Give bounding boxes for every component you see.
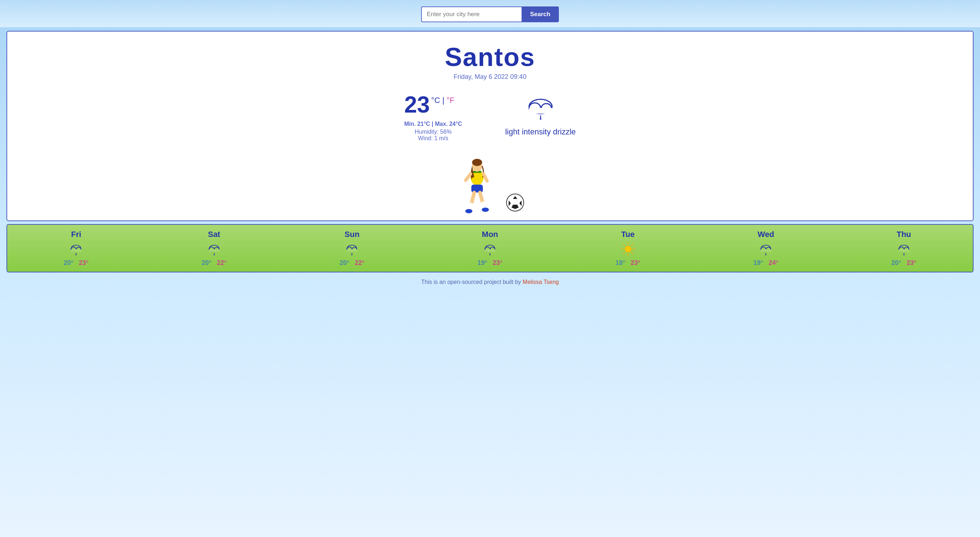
humidity: Humidity: 56% (404, 129, 462, 135)
forecast-temps: 20° 23° (64, 259, 89, 267)
svg-line-55 (632, 253, 633, 254)
svg-point-15 (465, 209, 473, 213)
forecast-low: 20° (340, 259, 349, 266)
forecast-temps: 18° 23° (616, 259, 640, 267)
svg-marker-36 (213, 254, 215, 256)
temperature-value: 23 (404, 91, 430, 118)
soccer-player-icon (455, 149, 499, 213)
forecast-weather-icon (896, 241, 912, 257)
forecast-high: 23° (493, 259, 502, 266)
footer: This is an open-sourced project built by… (0, 275, 980, 288)
forecast-day-name: Mon (482, 230, 498, 239)
forecast-weather-icon (758, 241, 774, 257)
forecast-weather-icon (620, 241, 636, 257)
temp-separator: | (442, 96, 447, 105)
forecast-high: 23° (79, 259, 89, 266)
forecast-low: 18° (616, 259, 625, 266)
weather-info-row: 23 °C | °F Min. 21°C | Max. 24°C Humidit… (22, 91, 958, 141)
header: Search (0, 0, 980, 27)
forecast-day-name: Thu (896, 230, 911, 239)
forecast-day: Tue 18° 23° (616, 230, 640, 267)
svg-marker-69 (903, 254, 904, 256)
forecast-day-name: Fri (71, 230, 81, 239)
soccer-ball-icon (506, 193, 525, 212)
forecast-weather-icon (206, 241, 222, 257)
forecast-low: 19° (753, 259, 763, 266)
forecast-weather-icon (68, 241, 84, 257)
svg-rect-34 (209, 249, 219, 252)
svg-line-57 (623, 253, 625, 254)
forecast-day-name: Tue (621, 230, 635, 239)
datetime: Friday, May 6 2022 09:40 (22, 73, 958, 81)
forecast-day-name: Wed (757, 230, 774, 239)
svg-marker-48 (489, 254, 491, 256)
svg-rect-67 (899, 249, 909, 252)
forecast-high: 22° (217, 259, 226, 266)
forecast-day-name: Sun (345, 230, 360, 239)
temp-details: Min. 21°C | Max. 24°C Humidity: 56% Wind… (404, 121, 462, 141)
svg-marker-63 (765, 254, 767, 256)
svg-marker-30 (75, 254, 77, 256)
forecast-day: Thu 20° 23° (891, 230, 916, 267)
svg-line-54 (623, 244, 625, 246)
forecast-temps: 20° 23° (891, 259, 916, 267)
svg-marker-5 (539, 119, 542, 120)
search-input[interactable] (421, 6, 522, 22)
forecast-day: Mon 19° 23° (477, 230, 502, 267)
temperature-units: °C | °F (431, 96, 455, 105)
forecast-day: Sat 20° 22° (202, 230, 226, 267)
forecast-weather-icon (482, 241, 498, 257)
forecast-temps: 19° 24° (753, 259, 778, 267)
svg-point-49 (625, 246, 632, 253)
celsius-label[interactable]: °C (431, 96, 440, 105)
forecast-temps: 19° 23° (477, 259, 502, 267)
svg-point-9 (472, 159, 482, 166)
forecast-day: Sun 20° 22° (340, 230, 364, 267)
search-button[interactable]: Search (522, 6, 559, 22)
forecast-day: Fri 20° 23° (64, 230, 89, 267)
min-max: Min. 21°C | Max. 24°C (404, 121, 462, 127)
temperature-block: 23 °C | °F Min. 21°C | Max. 24°C Humidit… (404, 91, 462, 141)
forecast-low: 19° (477, 259, 487, 266)
svg-point-18 (482, 208, 489, 212)
forecast-weather-icon (344, 241, 360, 257)
svg-line-11 (484, 174, 487, 181)
forecast-day: Wed 19° 24° (753, 230, 778, 267)
forecast-day-name: Sat (208, 230, 220, 239)
svg-line-10 (466, 174, 471, 180)
forecast-low: 20° (64, 259, 73, 266)
svg-line-56 (632, 244, 633, 246)
forecast-temps: 20° 22° (340, 259, 364, 267)
forecast-high: 23° (907, 259, 916, 266)
footer-text: This is an open-sourced project built by (421, 279, 523, 285)
wind: Wind: 1 m/s (404, 135, 462, 141)
condition-text: light intensity drizzle (505, 127, 576, 137)
forecast-temps: 20° 22° (202, 259, 226, 267)
svg-rect-61 (760, 249, 771, 252)
player-area (22, 149, 958, 213)
svg-rect-46 (485, 249, 495, 252)
weather-condition-icon (523, 91, 558, 124)
forecast-low: 20° (202, 259, 211, 266)
footer-author-link[interactable]: Melissa Tseng (523, 279, 559, 285)
condition-block: light intensity drizzle (505, 91, 576, 137)
fahrenheit-label[interactable]: °F (447, 96, 455, 105)
svg-rect-3 (529, 108, 552, 114)
svg-marker-42 (351, 254, 353, 256)
svg-rect-28 (71, 249, 81, 252)
forecast-bar: Fri 20° 23° Sat 20° (6, 224, 974, 272)
forecast-low: 20° (891, 259, 901, 266)
forecast-high: 24° (769, 259, 778, 266)
main-weather-card: Santos Friday, May 6 2022 09:40 23 °C | … (6, 31, 974, 221)
forecast-high: 23° (631, 259, 640, 266)
svg-line-13 (471, 192, 474, 204)
city-name: Santos (22, 42, 958, 72)
forecast-high: 22° (355, 259, 364, 266)
svg-rect-40 (347, 249, 357, 252)
